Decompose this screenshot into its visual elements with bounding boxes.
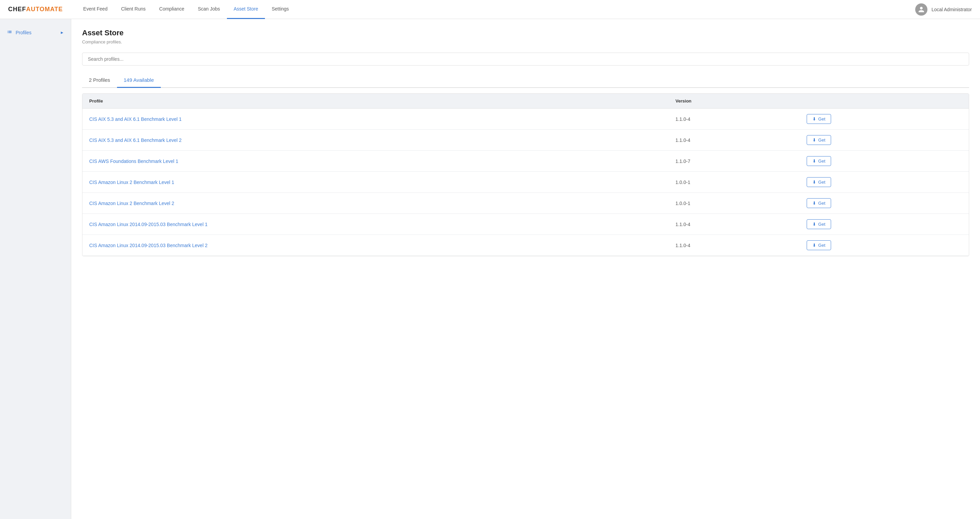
get-button[interactable]: ⬇ Get bbox=[807, 219, 831, 229]
profile-link[interactable]: CIS Amazon Linux 2014.09-2015.03 Benchma… bbox=[89, 243, 208, 248]
download-icon: ⬇ bbox=[813, 117, 816, 121]
table-row: CIS Amazon Linux 2 Benchmark Level 2 1.0… bbox=[83, 193, 969, 214]
table-row: CIS AIX 5.3 and AIX 6.1 Benchmark Level … bbox=[83, 109, 969, 130]
download-icon: ⬇ bbox=[813, 201, 816, 206]
version-text: 1.1.0-7 bbox=[675, 158, 690, 164]
download-icon: ⬇ bbox=[813, 137, 816, 142]
tabs-container: 2 Profiles 149 Available bbox=[82, 73, 969, 88]
nav-links: Event Feed Client Runs Compliance Scan J… bbox=[76, 0, 915, 19]
profiles-table-container: Profile Version CIS AIX 5.3 and AIX 6.1 … bbox=[82, 93, 969, 256]
get-button[interactable]: ⬇ Get bbox=[807, 240, 831, 250]
download-icon: ⬇ bbox=[813, 222, 816, 227]
main-content: Asset Store Compliance profiles. 2 Profi… bbox=[71, 19, 980, 519]
version-text: 1.0.0-1 bbox=[675, 201, 690, 206]
chevron-right-icon: ► bbox=[60, 30, 64, 35]
col-header-action bbox=[800, 94, 969, 109]
top-navigation: CHEFAUTOMATE Event Feed Client Runs Comp… bbox=[0, 0, 980, 19]
profile-link[interactable]: CIS AWS Foundations Benchmark Level 1 bbox=[89, 158, 178, 164]
download-icon: ⬇ bbox=[813, 180, 816, 185]
table-row: CIS AIX 5.3 and AIX 6.1 Benchmark Level … bbox=[83, 130, 969, 151]
sidebar-item-profiles[interactable]: Profiles ► bbox=[0, 26, 71, 39]
version-text: 1.1.0-4 bbox=[675, 243, 690, 248]
col-header-version: Version bbox=[668, 94, 800, 109]
get-button[interactable]: ⬇ Get bbox=[807, 114, 831, 124]
get-button[interactable]: ⬇ Get bbox=[807, 156, 831, 166]
nav-client-runs[interactable]: Client Runs bbox=[114, 0, 152, 19]
get-button[interactable]: ⬇ Get bbox=[807, 198, 831, 208]
table-row: CIS Amazon Linux 2014.09-2015.03 Benchma… bbox=[83, 214, 969, 235]
version-text: 1.1.0-4 bbox=[675, 222, 690, 227]
tab-my-profiles[interactable]: 2 Profiles bbox=[82, 73, 117, 88]
profiles-table: Profile Version CIS AIX 5.3 and AIX 6.1 … bbox=[83, 94, 969, 256]
get-button[interactable]: ⬇ Get bbox=[807, 177, 831, 187]
nav-right: Local Administrator bbox=[915, 3, 972, 16]
version-text: 1.1.0-4 bbox=[675, 117, 690, 122]
table-row: CIS Amazon Linux 2 Benchmark Level 1 1.0… bbox=[83, 172, 969, 193]
app-layout: Profiles ► Asset Store Compliance profil… bbox=[0, 19, 980, 519]
search-input[interactable] bbox=[82, 53, 969, 65]
profile-link[interactable]: CIS Amazon Linux 2 Benchmark Level 1 bbox=[89, 180, 174, 185]
logo-automate: AUTOMATE bbox=[26, 6, 63, 13]
nav-asset-store[interactable]: Asset Store bbox=[227, 0, 265, 19]
version-text: 1.0.0-1 bbox=[675, 180, 690, 185]
get-button[interactable]: ⬇ Get bbox=[807, 135, 831, 145]
sidebar-profiles-label: Profiles bbox=[16, 30, 32, 35]
table-row: CIS Amazon Linux 2014.09-2015.03 Benchma… bbox=[83, 235, 969, 256]
page-subtitle: Compliance profiles. bbox=[82, 39, 969, 45]
nav-settings[interactable]: Settings bbox=[265, 0, 296, 19]
user-name: Local Administrator bbox=[931, 7, 972, 12]
profile-link[interactable]: CIS Amazon Linux 2 Benchmark Level 2 bbox=[89, 201, 174, 206]
download-icon: ⬇ bbox=[813, 158, 816, 164]
profile-link[interactable]: CIS AIX 5.3 and AIX 6.1 Benchmark Level … bbox=[89, 117, 181, 122]
logo-chef: CHEF bbox=[8, 6, 26, 13]
tab-available[interactable]: 149 Available bbox=[117, 73, 161, 88]
profile-link[interactable]: CIS AIX 5.3 and AIX 6.1 Benchmark Level … bbox=[89, 137, 181, 143]
col-header-profile: Profile bbox=[83, 94, 668, 109]
list-icon bbox=[7, 29, 12, 36]
sidebar: Profiles ► bbox=[0, 19, 71, 519]
version-text: 1.1.0-4 bbox=[675, 137, 690, 143]
table-header: Profile Version bbox=[83, 94, 969, 109]
app-logo: CHEFAUTOMATE bbox=[8, 6, 63, 13]
nav-compliance[interactable]: Compliance bbox=[152, 0, 191, 19]
nav-scan-jobs[interactable]: Scan Jobs bbox=[191, 0, 227, 19]
page-title: Asset Store bbox=[82, 29, 969, 37]
profile-link[interactable]: CIS Amazon Linux 2014.09-2015.03 Benchma… bbox=[89, 222, 208, 227]
table-row: CIS AWS Foundations Benchmark Level 1 1.… bbox=[83, 151, 969, 172]
user-avatar bbox=[915, 3, 928, 16]
download-icon: ⬇ bbox=[813, 243, 816, 248]
nav-event-feed[interactable]: Event Feed bbox=[76, 0, 114, 19]
